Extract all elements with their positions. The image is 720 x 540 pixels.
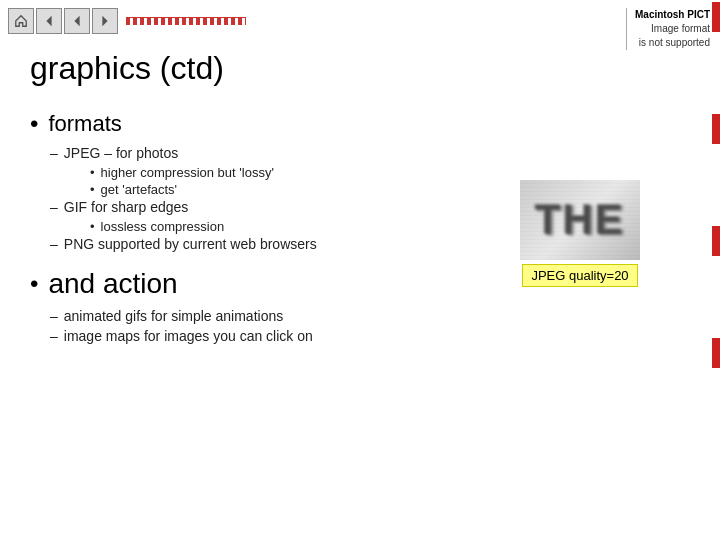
dash-4: – [50,308,58,324]
svg-marker-2 [102,16,107,27]
higher-compression-text: higher compression but 'lossy' [101,165,274,180]
forward-button[interactable] [92,8,118,34]
bullet-4: • [90,219,95,234]
lossless-text: lossless compression [101,219,225,234]
main-content: graphics (ctd) • formats – JPEG – for ph… [30,50,700,530]
dash-5: – [50,328,58,344]
home-button[interactable] [8,8,34,34]
bullet-2: • [90,165,95,180]
dash-3: – [50,236,58,252]
back2-button[interactable] [64,8,90,34]
page-title: graphics (ctd) [30,50,700,87]
higher-compression-item: • higher compression but 'lossy' [90,165,700,180]
image-maps-text: image maps for images you can click on [64,328,313,344]
animated-gifs-item: – animated gifs for simple animations [50,308,700,324]
red-bar-1 [712,2,720,32]
red-bar-3 [712,226,720,256]
bullet-dot-2: • [30,272,38,296]
dash-1: – [50,145,58,161]
formats-label: formats [48,111,121,137]
svg-marker-0 [46,16,51,27]
image-maps-item: – image maps for images you can click on [50,328,700,344]
png-label-text: PNG supported by current web browsers [64,236,317,252]
gif-label-text: GIF for sharp edges [64,199,189,215]
jpeg-quality-label: JPEG quality=20 [522,264,637,287]
right-decoration [712,0,720,540]
red-bar-2 [712,114,720,144]
jpeg-example: THE JPEG quality=20 [520,180,640,287]
jpeg-preview: THE [520,180,640,260]
dash-2: – [50,199,58,215]
pict-notice: Macintosh PICT Image format is not suppo… [626,8,710,50]
bullet-dot-1: • [30,112,38,136]
back-button[interactable] [36,8,62,34]
action-label: and action [48,268,177,300]
pict-line2: Image format [635,22,710,36]
animated-gifs-text: animated gifs for simple animations [64,308,283,324]
svg-marker-1 [74,16,79,27]
pict-line3: is not supported [635,36,710,50]
navigation-toolbar [8,8,246,34]
red-bar-4 [712,338,720,368]
artefacts-text: get 'artefacts' [101,182,178,197]
jpeg-the-text: THE [535,196,625,244]
jpeg-item: – JPEG – for photos [50,145,700,161]
pict-title: Macintosh PICT [635,8,710,22]
bullet-3: • [90,182,95,197]
jpeg-label-text: JPEG – for photos [64,145,178,161]
formats-bullet: • formats [30,111,700,137]
toolbar-decoration [126,17,246,25]
